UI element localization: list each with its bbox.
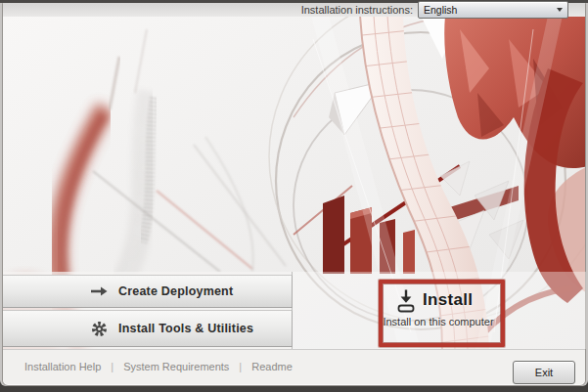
language-dropdown-value: English	[419, 3, 557, 17]
installation-instructions-label: Installation instructions:	[294, 3, 413, 17]
arrow-right-icon	[89, 285, 109, 297]
install-tools-utilities-button[interactable]: Install Tools & Utilities	[3, 310, 293, 347]
create-deployment-label: Create Deployment	[118, 284, 233, 298]
install-button[interactable]: Install Install on this computer	[384, 285, 493, 334]
footer-bar: Installation Help | System Requirements …	[3, 349, 585, 384]
gear-icon	[89, 320, 109, 338]
chevron-down-icon	[557, 8, 563, 12]
readme-link[interactable]: Readme	[251, 361, 293, 372]
exit-button[interactable]: Exit	[513, 361, 575, 384]
installation-help-link[interactable]: Installation Help	[24, 361, 101, 372]
installer-screenshot: Installation instructions: English Creat…	[0, 0, 588, 392]
install-tools-utilities-label: Install Tools & Utilities	[118, 322, 253, 335]
create-deployment-button[interactable]: Create Deployment	[3, 275, 293, 308]
footer-links: Installation Help | System Requirements …	[24, 361, 293, 372]
download-icon	[395, 288, 417, 317]
install-label: Install	[423, 290, 473, 310]
link-separator: |	[111, 361, 113, 372]
language-dropdown[interactable]: English	[418, 1, 568, 19]
system-requirements-link[interactable]: System Requirements	[123, 361, 229, 372]
install-description: Install on this computer	[378, 316, 499, 327]
link-separator: |	[239, 361, 242, 372]
